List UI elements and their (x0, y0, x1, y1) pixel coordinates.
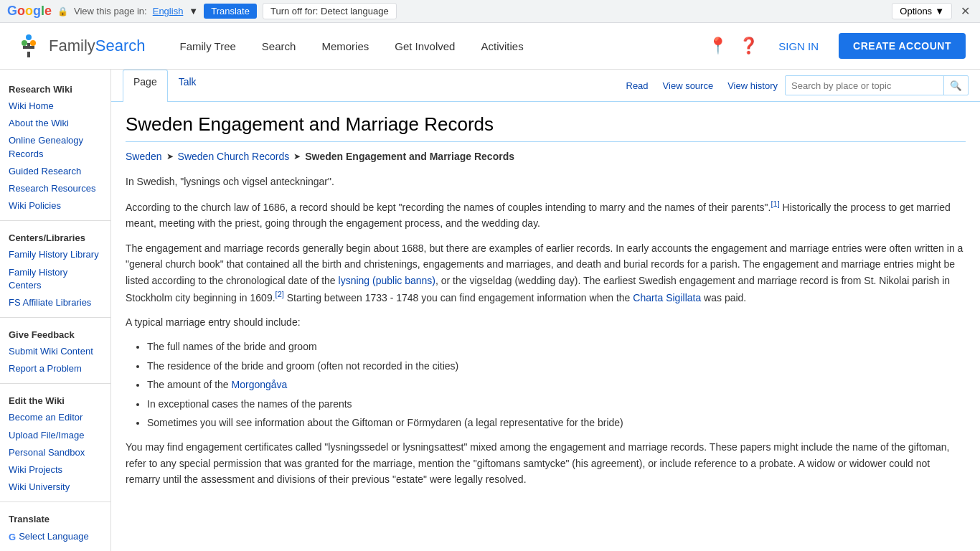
breadcrumb-sweden[interactable]: Sweden (126, 151, 162, 162)
breadcrumb-church-records[interactable]: Sweden Church Records (178, 151, 290, 162)
sidebar-item-family-history-library[interactable]: Family History Library (0, 246, 110, 263)
content-area: Page Talk Read View source View history … (111, 70, 980, 551)
sidebar-item-wiki-university[interactable]: Wiki University (0, 479, 110, 496)
nav-memories[interactable]: Memories (308, 23, 382, 70)
tab-talk[interactable]: Talk (168, 70, 207, 102)
list-item: The full names of the bride and groom (147, 339, 966, 354)
sidebar-section-translate: Translate (0, 508, 110, 527)
wiki-search-box: 🔍 (785, 75, 969, 95)
options-button[interactable]: Options ▼ (892, 3, 952, 19)
morgongava-link[interactable]: Morgongåva (232, 379, 288, 390)
breadcrumb-arrow-1: ➤ (166, 151, 174, 161)
svg-rect-5 (27, 43, 30, 49)
footnote-1[interactable]: [1] (771, 199, 779, 208)
footnote-2[interactable]: [2] (275, 290, 284, 298)
logo-area[interactable]: FamilySearch (14, 32, 146, 60)
list-item: The amount of the Morgongåva (147, 377, 966, 392)
nav-search[interactable]: Search (249, 23, 309, 70)
sidebar-item-report-problem[interactable]: Report a Problem (0, 360, 110, 377)
article-body: In Swedish, "lysnings och vigsel anteckn… (126, 174, 966, 488)
translate-bar: Google 🔒 View this page in: English▼ Tra… (0, 0, 980, 23)
article-para3: A typical marriage entry should include: (126, 314, 966, 330)
sign-in-button[interactable]: SIGN IN (770, 34, 827, 58)
tab-action-view-history[interactable]: View history (720, 77, 785, 94)
sidebar-item-research-resources[interactable]: Research Resources (0, 180, 110, 197)
tab-actions: Read View source View history 🔍 (619, 70, 969, 101)
close-translate-button[interactable]: ✕ (958, 4, 973, 18)
svg-rect-0 (27, 52, 30, 57)
tab-action-read[interactable]: Read (619, 77, 656, 94)
svg-rect-3 (30, 40, 36, 46)
article-title: Sweden Engagement and Marriage Records (126, 113, 966, 142)
sidebar-section-feedback: Give Feedback (0, 324, 110, 343)
article-para2: The engagement and marriage records gene… (126, 240, 966, 306)
main-header: FamilySearch Family Tree Search Memories… (0, 23, 980, 70)
main-nav: Family Tree Search Memories Get Involved… (167, 23, 537, 70)
sidebar-item-personal-sandbox[interactable]: Personal Sandbox (0, 444, 110, 461)
article-para4: You may find engagement certificates cal… (126, 439, 966, 487)
header-right: 📍 ❓ SIGN IN CREATE ACCOUNT (708, 33, 966, 59)
sidebar: Research Wiki Wiki Home About the Wiki O… (0, 70, 111, 551)
list-item: In exceptional cases the names of the pa… (147, 396, 966, 412)
translate-button[interactable]: Translate (204, 4, 257, 19)
sidebar-item-guided-research[interactable]: Guided Research (0, 163, 110, 180)
nav-family-tree[interactable]: Family Tree (167, 23, 249, 70)
breadcrumb: Sweden ➤ Sweden Church Records ➤ Sweden … (126, 151, 966, 162)
tab-action-view-source[interactable]: View source (656, 77, 721, 94)
svg-rect-2 (22, 40, 27, 46)
logo-text: FamilySearch (49, 37, 146, 55)
lock-icon: 🔒 (57, 6, 68, 17)
tab-bar: Page Talk Read View source View history … (111, 70, 980, 102)
article-list: The full names of the bride and groom Th… (147, 339, 966, 430)
article-intro: In Swedish, "lysnings och vigsel anteckn… (126, 174, 966, 189)
article: Sweden Engagement and Marriage Records S… (111, 102, 980, 508)
sidebar-item-online-genealogy[interactable]: Online Genealogy Records (0, 132, 110, 162)
nav-get-involved[interactable]: Get Involved (382, 23, 468, 70)
turnoff-button[interactable]: Turn off for: Detect language (263, 3, 397, 19)
breadcrumb-arrow-2: ➤ (293, 151, 301, 161)
sidebar-item-wiki-home[interactable]: Wiki Home (0, 98, 110, 115)
page-layout: Research Wiki Wiki Home About the Wiki O… (0, 70, 980, 551)
google-g-icon: G (9, 532, 16, 542)
charta-link[interactable]: Charta Sigillata (633, 292, 701, 303)
svg-rect-4 (26, 34, 32, 40)
sidebar-item-about-wiki[interactable]: About the Wiki (0, 115, 110, 132)
list-item: Sometimes you will see information about… (147, 415, 966, 430)
wiki-search-button[interactable]: 🔍 (943, 76, 968, 95)
nav-activities[interactable]: Activities (468, 23, 536, 70)
view-page-text: View this page in: (74, 6, 147, 17)
sidebar-item-wiki-policies[interactable]: Wiki Policies (0, 197, 110, 215)
sidebar-item-become-editor[interactable]: Become an Editor (0, 409, 110, 426)
sidebar-item-wiki-projects[interactable]: Wiki Projects (0, 461, 110, 479)
sidebar-item-submit-wiki[interactable]: Submit Wiki Content (0, 343, 110, 360)
sidebar-section-edit: Edit the Wiki (0, 390, 110, 409)
lysning-link[interactable]: lysning (public banns) (339, 275, 435, 286)
sidebar-item-family-history-centers[interactable]: Family History Centers (0, 264, 110, 294)
tab-page[interactable]: Page (123, 70, 168, 102)
sidebar-section-research-wiki: Research Wiki (0, 78, 110, 98)
familysearch-logo-icon (14, 32, 43, 60)
create-account-button[interactable]: CREATE ACCOUNT (839, 33, 966, 59)
location-icon[interactable]: 📍 (708, 37, 727, 55)
language-link[interactable]: English (153, 6, 184, 17)
sidebar-item-affiliate-libraries[interactable]: FS Affiliate Libraries (0, 294, 110, 311)
wiki-search-input[interactable] (786, 80, 943, 91)
sidebar-section-centers: Centers/Libraries (0, 227, 110, 246)
sidebar-item-upload-file[interactable]: Upload File/Image (0, 427, 110, 444)
sidebar-item-select-language[interactable]: Select Language (19, 530, 89, 543)
help-icon[interactable]: ❓ (739, 37, 758, 55)
list-item: The residence of the bride and groom (of… (147, 358, 966, 374)
breadcrumb-current: Sweden Engagement and Marriage Records (305, 151, 514, 162)
article-para1: According to the church law of 1686, a r… (126, 198, 966, 231)
google-logo: Google (7, 4, 52, 19)
